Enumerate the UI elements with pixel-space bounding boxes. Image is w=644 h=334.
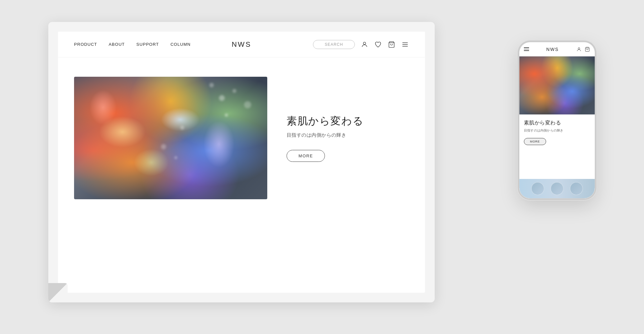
menu-icon[interactable]	[401, 41, 409, 48]
hero-section: 素肌から変わる 目指すのは内側からの輝き MORE	[58, 57, 425, 219]
mobile-bottom-strip	[519, 179, 595, 198]
svg-point-0	[363, 42, 365, 44]
heart-icon[interactable]	[374, 41, 382, 48]
mobile-strip-circle-2	[551, 182, 564, 195]
search-input[interactable]: SEARCH	[313, 40, 355, 49]
nav-logo[interactable]: NWS	[232, 40, 251, 49]
nav-item-support[interactable]: SUPPORT	[137, 42, 159, 47]
svg-point-5	[578, 47, 580, 49]
mobile-content: 素肌から変わる 目指すのは内側からの輝き MORE	[519, 114, 595, 150]
mobile-more-button[interactable]: MORE	[524, 138, 546, 145]
cart-icon[interactable]	[388, 41, 395, 48]
hero-subtitle: 目指すのは内側からの輝き	[287, 132, 409, 138]
mobile-cart-icon[interactable]	[584, 46, 590, 52]
hero-title: 素肌から変わる	[287, 114, 409, 128]
nav-left: PRODUCT ABOUT SUPPORT COLUMN	[74, 42, 191, 47]
mobile-strip-circle-3	[570, 182, 583, 195]
nav-item-column[interactable]: COLUMN	[170, 42, 191, 47]
hero-text: 素肌から変わる 目指すのは内側からの輝き MORE	[287, 114, 409, 162]
desktop-content: PRODUCT ABOUT SUPPORT COLUMN NWS SEARCH	[58, 32, 425, 293]
hero-image-inner	[74, 77, 267, 199]
mobile-user-icon[interactable]	[576, 46, 582, 52]
desktop-mockup: PRODUCT ABOUT SUPPORT COLUMN NWS SEARCH	[48, 22, 435, 302]
mobile-mockup: NWS 素肌から変わる 目指すのは内側からの輝き MORE	[518, 41, 596, 199]
more-button[interactable]: MORE	[287, 150, 325, 162]
nav-item-product[interactable]: PRODUCT	[74, 42, 97, 47]
user-icon[interactable]	[361, 41, 368, 48]
mobile-nav-icons	[576, 46, 590, 52]
mobile-strip-circle-1	[531, 182, 544, 195]
nav-right: SEARCH	[313, 40, 409, 49]
mobile-hero-image	[519, 56, 595, 114]
desktop-nav: PRODUCT ABOUT SUPPORT COLUMN NWS SEARCH	[58, 32, 425, 57]
mobile-menu-icon[interactable]	[524, 47, 529, 51]
mobile-nav: NWS	[519, 42, 595, 56]
mobile-subtitle: 目指すのは内側からの輝き	[524, 128, 590, 133]
mobile-screen: NWS 素肌から変わる 目指すのは内側からの輝き MORE	[519, 42, 595, 198]
mobile-nav-logo[interactable]: NWS	[529, 47, 576, 52]
mobile-title: 素肌から変わる	[524, 120, 590, 126]
scene: PRODUCT ABOUT SUPPORT COLUMN NWS SEARCH	[48, 22, 596, 312]
nav-item-about[interactable]: ABOUT	[109, 42, 125, 47]
hero-image	[74, 77, 267, 199]
